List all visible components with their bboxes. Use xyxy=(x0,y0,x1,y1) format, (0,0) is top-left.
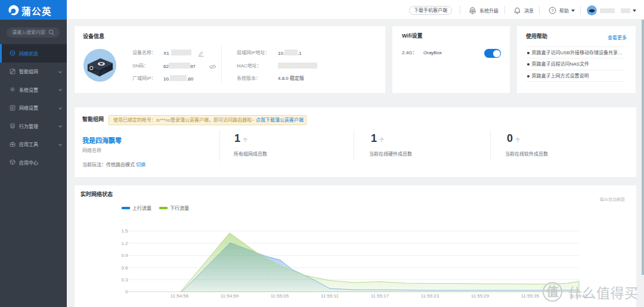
svg-text:1.5: 1.5 xyxy=(121,228,128,234)
svg-text:11:55:23: 11:55:23 xyxy=(421,293,439,299)
svg-text:1.2: 1.2 xyxy=(121,241,128,246)
svg-text:0: 0 xyxy=(125,289,128,294)
svg-text:11:55:35: 11:55:35 xyxy=(521,293,540,299)
svg-text:11:54:59: 11:54:59 xyxy=(221,293,239,299)
svg-text:0.6: 0.6 xyxy=(121,265,128,271)
svg-text:11:54:56: 11:54:56 xyxy=(171,293,189,299)
svg-text:0.3: 0.3 xyxy=(121,277,128,283)
svg-text:?: ? xyxy=(551,8,553,13)
svg-text:11:55:11: 11:55:11 xyxy=(321,293,339,299)
svg-text:0.9: 0.9 xyxy=(121,253,128,258)
svg-text:11:55:29: 11:55:29 xyxy=(471,293,490,299)
svg-text:11:55:17: 11:55:17 xyxy=(371,293,389,299)
svg-text:11:55:05: 11:55:05 xyxy=(271,293,289,299)
